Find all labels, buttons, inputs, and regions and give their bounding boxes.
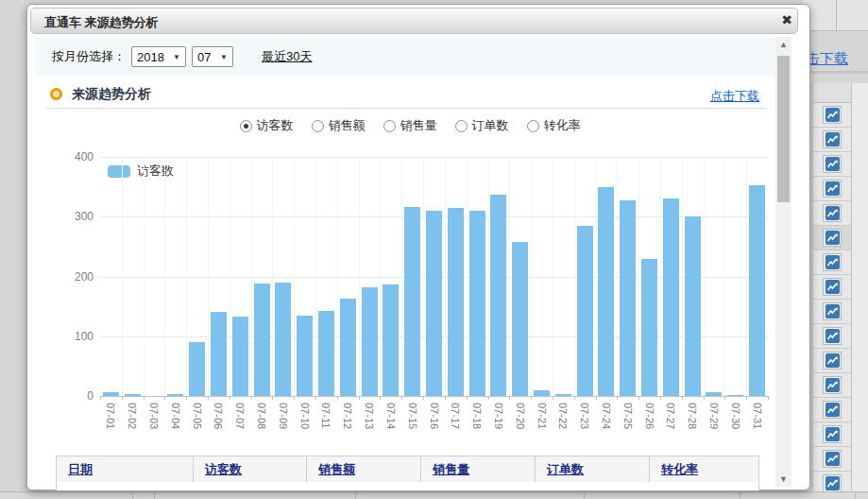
gridline bbox=[164, 157, 165, 396]
bar-07-05[interactable] bbox=[189, 342, 205, 396]
x-axis-tick bbox=[724, 396, 725, 400]
bar-07-14[interactable] bbox=[383, 284, 399, 396]
close-icon[interactable]: ✖ bbox=[779, 12, 794, 27]
trend-chart-icon[interactable] bbox=[823, 130, 842, 148]
bar-07-27[interactable] bbox=[663, 198, 679, 396]
radio-icon[interactable] bbox=[527, 120, 539, 132]
trend-chart-icon[interactable] bbox=[823, 106, 842, 124]
bar-07-06[interactable] bbox=[211, 312, 227, 396]
metric-radio-label: 销售额 bbox=[329, 117, 366, 134]
bar-07-30[interactable] bbox=[727, 395, 743, 396]
dialog-titlebar[interactable]: 直通车 来源趋势分析 bbox=[30, 8, 798, 34]
bar-07-28[interactable] bbox=[685, 216, 701, 396]
trend-chart-icon[interactable] bbox=[823, 327, 842, 345]
x-axis-tick bbox=[704, 396, 705, 400]
bar-07-21[interactable] bbox=[534, 390, 550, 396]
chevron-down-icon: ▼ bbox=[173, 53, 180, 61]
trend-chart-icon[interactable] bbox=[823, 425, 842, 443]
bar-07-08[interactable] bbox=[254, 284, 270, 396]
scrollbar-down-icon[interactable]: ▼ bbox=[775, 472, 791, 487]
bar-07-07[interactable] bbox=[232, 317, 248, 396]
metric-radio-3[interactable]: 订单数 bbox=[455, 117, 509, 134]
table-header-link-1[interactable]: 访客数 bbox=[205, 461, 242, 478]
trend-chart-icon[interactable] bbox=[823, 229, 842, 247]
metric-radio-1[interactable]: 销售额 bbox=[312, 117, 366, 134]
x-axis-tick-label: 07-19 bbox=[493, 403, 504, 429]
x-axis-tick-label: 07-25 bbox=[622, 403, 634, 429]
trend-chart-icon[interactable] bbox=[823, 155, 842, 173]
x-axis-tick-label: 07-18 bbox=[471, 403, 483, 429]
bar-07-23[interactable] bbox=[577, 226, 593, 396]
trend-chart-icon[interactable] bbox=[823, 253, 842, 271]
table-header-link-4[interactable]: 订单数 bbox=[547, 461, 584, 478]
x-axis-tick-label: 07-23 bbox=[579, 403, 590, 429]
trend-chart-icon[interactable] bbox=[823, 401, 842, 419]
scrollbar-thumb[interactable] bbox=[777, 56, 790, 202]
gridline bbox=[144, 157, 145, 396]
bar-07-16[interactable] bbox=[426, 211, 442, 396]
bar-07-04[interactable] bbox=[167, 394, 183, 396]
download-link[interactable]: 点击下载 bbox=[710, 88, 759, 105]
radio-icon[interactable] bbox=[455, 120, 468, 132]
bar-07-29[interactable] bbox=[706, 392, 722, 396]
background-table-row bbox=[813, 324, 852, 349]
gridline bbox=[660, 157, 661, 396]
trend-chart-icon[interactable] bbox=[823, 180, 842, 198]
bar-07-24[interactable] bbox=[598, 187, 614, 396]
gridline bbox=[509, 157, 510, 396]
x-axis-tick-label: 07-22 bbox=[557, 403, 569, 429]
bar-07-12[interactable] bbox=[340, 299, 356, 396]
month-select[interactable]: 07 ▼ bbox=[192, 46, 233, 67]
trend-chart-icon[interactable] bbox=[823, 204, 842, 222]
metric-radio-2[interactable]: 销售量 bbox=[383, 117, 437, 134]
bar-07-09[interactable] bbox=[275, 283, 291, 396]
bar-07-19[interactable] bbox=[490, 195, 506, 396]
trend-chart-icon[interactable] bbox=[823, 278, 842, 296]
trend-chart-icon[interactable] bbox=[823, 302, 842, 320]
x-axis-tick bbox=[531, 396, 532, 400]
table-header-link-2[interactable]: 销售额 bbox=[318, 461, 355, 478]
x-axis-tick-label: 07-09 bbox=[278, 403, 289, 429]
bar-07-01[interactable] bbox=[103, 392, 119, 396]
radio-selected-icon[interactable] bbox=[240, 120, 252, 132]
y-axis-tick-label: 400 bbox=[61, 150, 94, 163]
metric-radio-4[interactable]: 转化率 bbox=[527, 117, 581, 134]
x-axis-tick bbox=[574, 396, 575, 400]
x-axis-tick-label: 07-15 bbox=[407, 403, 418, 429]
x-axis-tick bbox=[638, 396, 639, 400]
bar-07-11[interactable] bbox=[318, 311, 334, 396]
x-axis-tick-label: 07-01 bbox=[105, 403, 116, 429]
trend-chart-icon[interactable] bbox=[823, 474, 842, 492]
metric-radio-0[interactable]: 访客数 bbox=[240, 117, 294, 134]
bar-07-22[interactable] bbox=[555, 394, 571, 396]
trend-chart-icon[interactable] bbox=[823, 376, 842, 394]
bar-07-31[interactable] bbox=[749, 185, 765, 396]
dialog-scrollbar[interactable]: ▲ ▼ bbox=[775, 37, 791, 487]
x-axis-tick bbox=[746, 396, 747, 400]
bar-07-26[interactable] bbox=[641, 259, 657, 396]
year-select[interactable]: 2018 ▼ bbox=[131, 46, 186, 67]
table-header-link-0[interactable]: 日期 bbox=[68, 461, 93, 478]
table-header-link-5[interactable]: 转化率 bbox=[661, 461, 698, 478]
bar-07-15[interactable] bbox=[404, 207, 420, 397]
trend-chart-icon[interactable] bbox=[823, 450, 842, 468]
table-header-cell: 订单数 bbox=[535, 456, 649, 483]
bar-07-10[interactable] bbox=[297, 316, 313, 396]
x-axis-tick-label: 07-06 bbox=[213, 403, 224, 429]
bar-07-25[interactable] bbox=[620, 200, 636, 396]
x-axis-tick bbox=[488, 396, 489, 400]
recent-30-days-link[interactable]: 最近30天 bbox=[262, 48, 312, 65]
gridline bbox=[488, 157, 489, 396]
radio-icon[interactable] bbox=[312, 120, 324, 132]
table-header-link-3[interactable]: 销售量 bbox=[433, 461, 469, 478]
radio-icon[interactable] bbox=[383, 120, 396, 132]
bar-07-17[interactable] bbox=[448, 208, 464, 396]
x-axis-tick-label: 07-05 bbox=[192, 403, 203, 429]
bar-07-02[interactable] bbox=[125, 394, 141, 396]
background-table-row bbox=[813, 103, 852, 128]
bar-07-20[interactable] bbox=[512, 242, 528, 396]
trend-chart-icon[interactable] bbox=[823, 352, 842, 370]
bar-07-18[interactable] bbox=[469, 211, 485, 396]
bar-07-13[interactable] bbox=[362, 287, 378, 396]
scrollbar-up-icon[interactable]: ▲ bbox=[775, 37, 791, 52]
